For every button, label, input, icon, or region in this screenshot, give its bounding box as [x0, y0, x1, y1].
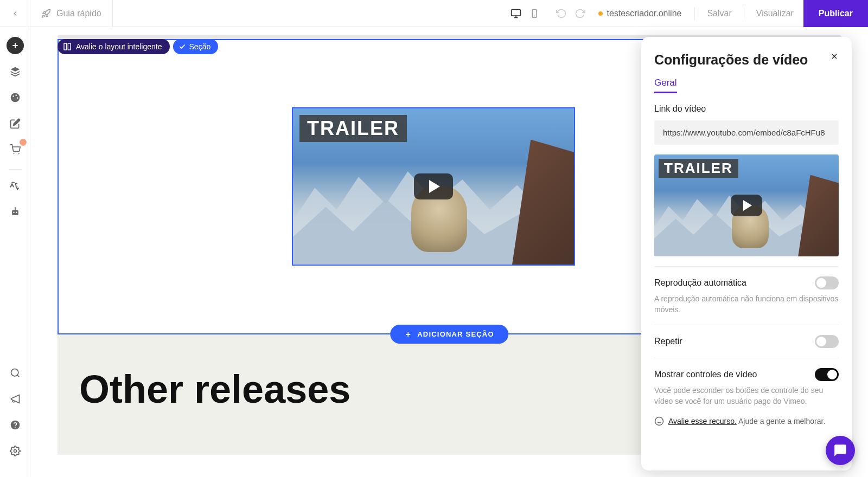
svg-rect-0 — [511, 9, 520, 16]
desktop-icon — [510, 8, 521, 19]
rocket-icon — [41, 9, 51, 18]
preview-button[interactable]: Visualizar — [746, 0, 803, 27]
quick-guide-label: Guia rápido — [56, 9, 101, 18]
back-button[interactable] — [0, 0, 30, 27]
quick-guide-button[interactable]: Guia rápido — [30, 0, 113, 27]
status-dot-icon — [598, 11, 603, 16]
publish-button[interactable]: Publicar — [803, 0, 868, 27]
save-button[interactable]: Salvar — [697, 0, 741, 27]
top-bar: Guia rápido testescriador.online Salva — [0, 0, 868, 27]
mobile-icon — [529, 9, 539, 18]
desktop-view-button[interactable] — [507, 5, 525, 22]
undo-button[interactable] — [556, 8, 567, 19]
site-status[interactable]: testescriador.online — [598, 9, 682, 18]
divider — [694, 7, 695, 20]
redo-icon — [575, 8, 585, 19]
topbar-center: testescriador.online Salvar Visualizar P… — [113, 0, 868, 27]
mobile-view-button[interactable] — [526, 5, 543, 22]
topbar-left: Guia rápido — [0, 0, 113, 27]
history-buttons — [556, 8, 585, 19]
device-switcher — [507, 5, 543, 22]
redo-button[interactable] — [575, 8, 585, 19]
divider — [744, 7, 744, 20]
site-name-label: testescriador.online — [607, 9, 682, 18]
undo-icon — [556, 8, 567, 19]
